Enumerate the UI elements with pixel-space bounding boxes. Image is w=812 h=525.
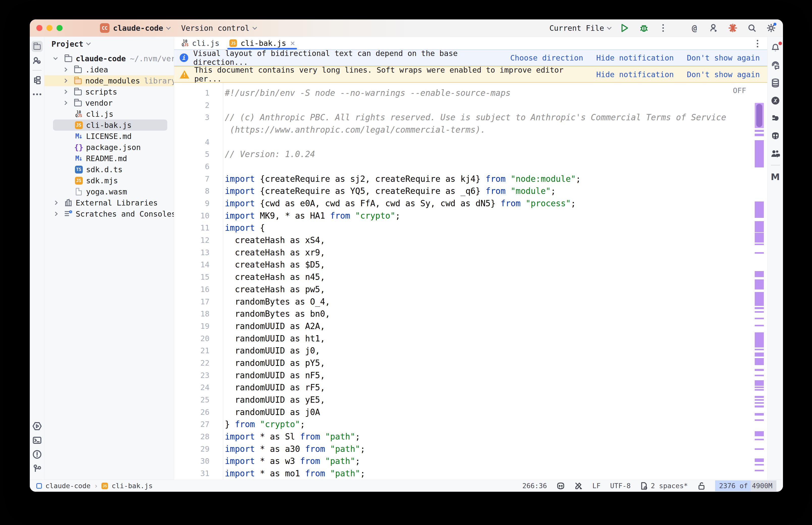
- code-line[interactable]: 27} from "crypto";: [174, 418, 767, 431]
- code-with-me-tool-button[interactable]: [770, 148, 781, 159]
- memory-indicator[interactable]: 2376 of 4900M: [715, 480, 777, 491]
- code-line[interactable]: 22 randomUUID as pY5,: [174, 357, 767, 369]
- code-line[interactable]: 4: [174, 136, 767, 148]
- scrollbar-thumb[interactable]: [756, 104, 762, 127]
- code-line[interactable]: 14 createHash as $D5,: [174, 259, 767, 271]
- copilot-chat-tool-button[interactable]: [770, 130, 781, 141]
- code-editor[interactable]: OFF 1#!/usr/bin/env -S node --no-warning…: [174, 83, 767, 480]
- tree-item-license-md[interactable]: M↓LICENSE.md: [44, 131, 174, 142]
- more-tool-windows-button[interactable]: [31, 89, 43, 100]
- traffic-close-button[interactable]: [36, 25, 42, 31]
- tree-item-cli-js[interactable]: 10QJScli.js: [44, 108, 174, 120]
- run-button[interactable]: [619, 23, 630, 33]
- notifications-button[interactable]: [770, 42, 781, 53]
- run-configuration-selector[interactable]: Current File: [549, 24, 611, 32]
- code-line[interactable]: 15 createHash as n45,: [174, 271, 767, 283]
- tree-item-vendor[interactable]: vendor: [44, 97, 174, 108]
- tab-options-button[interactable]: [757, 39, 758, 48]
- hide-notification-link[interactable]: Hide notification: [596, 70, 674, 79]
- indent-widget[interactable]: 2 spaces*: [640, 482, 688, 490]
- choose-direction-link[interactable]: Choose direction: [510, 54, 583, 62]
- code-line[interactable]: 16 createHash as pw5,: [174, 283, 767, 296]
- code-line[interactable]: 3// (c) Anthropic PBC. All rights reserv…: [174, 111, 767, 123]
- tree-item-claude-code[interactable]: claude-code~/.nvm/vers: [44, 53, 174, 64]
- code-line[interactable]: 29import * as a30 from "path";: [174, 443, 767, 455]
- tree-item-sdk-mjs[interactable]: JSsdk.mjs: [44, 175, 174, 186]
- problems-tool-button[interactable]: [31, 449, 43, 460]
- tree-item-yoga-wasm[interactable]: yoga.wasm: [44, 186, 174, 197]
- ai-assistant-tool-button[interactable]: [770, 60, 781, 71]
- copilot-status-button[interactable]: [557, 482, 565, 490]
- cursor-position-widget[interactable]: 266:36: [522, 482, 547, 490]
- code-line[interactable]: 1#!/usr/bin/env -S node --no-warnings --…: [174, 87, 767, 99]
- highlighting-status-button[interactable]: [574, 482, 583, 490]
- code-line[interactable]: 6: [174, 160, 767, 173]
- code-line[interactable]: 31import * as mo1 from "path";: [174, 467, 767, 480]
- settings-button[interactable]: [766, 23, 777, 33]
- code-line[interactable]: 13 createHash as xr9,: [174, 246, 767, 259]
- terminal-tool-button[interactable]: [31, 435, 43, 446]
- code-line[interactable]: 30import * as w3 from "path";: [174, 455, 767, 467]
- dont-show-again-link[interactable]: Don't show again: [687, 70, 760, 79]
- code-line[interactable]: 8import {createRequire as YQ5, createReq…: [174, 185, 767, 197]
- dont-show-again-link[interactable]: Don't show again: [687, 54, 760, 62]
- traffic-zoom-button[interactable]: [57, 25, 62, 31]
- tree-item-scripts[interactable]: scripts: [44, 86, 174, 97]
- pull-requests-tool-button[interactable]: ?: [31, 55, 43, 66]
- file-lock-button[interactable]: [697, 482, 706, 490]
- editor-scrollbar-stripe[interactable]: [751, 83, 767, 480]
- tree-item-scratches-and-consoles[interactable]: Scratches and Consoles: [44, 208, 174, 220]
- breadcrumb-project[interactable]: claude-code: [45, 482, 91, 490]
- debug-button[interactable]: [639, 23, 649, 33]
- code-line[interactable]: 5// Version: 1.0.24: [174, 148, 767, 160]
- markdown-tool-button[interactable]: M: [770, 171, 781, 182]
- code-line[interactable]: 18 randomBytes as bn0,: [174, 308, 767, 320]
- code-line[interactable]: 17 randomBytes as O_4,: [174, 296, 767, 308]
- code-line[interactable]: 9import {cwd as e0A, cwd as FfA, cwd as …: [174, 197, 767, 210]
- tree-item-package-json[interactable]: {}package.json: [44, 142, 174, 153]
- code-line[interactable]: 20 randomUUID as ht1,: [174, 332, 767, 345]
- tab-cli-bak-js[interactable]: JS cli-bak.js ×: [224, 37, 300, 49]
- code-line[interactable]: (https://www.anthropic.com/legal/commerc…: [174, 123, 767, 136]
- code-line[interactable]: 19 randomUUID as A2A,: [174, 320, 767, 332]
- project-tool-button[interactable]: [31, 41, 43, 52]
- tool-window-header[interactable]: Project: [44, 37, 174, 51]
- traffic-minimize-button[interactable]: [46, 25, 53, 31]
- close-tab-icon[interactable]: ×: [290, 38, 295, 48]
- tree-item-node-modules[interactable]: node_moduleslibrary: [44, 75, 174, 86]
- code-line[interactable]: 12 createHash as xS4,: [174, 234, 767, 246]
- code-line[interactable]: 21 randomUUID as j0,: [174, 344, 767, 357]
- more-actions-button[interactable]: [658, 23, 668, 33]
- claude-button[interactable]: [727, 23, 738, 33]
- code-with-me-button[interactable]: [708, 23, 719, 33]
- search-everywhere-button[interactable]: [747, 23, 757, 33]
- structure-tool-button[interactable]: [31, 75, 43, 86]
- code-line[interactable]: 23 randomUUID as nF5,: [174, 369, 767, 381]
- services-tool-button[interactable]: [31, 421, 43, 432]
- tree-item-readme-md[interactable]: M↓README.md: [44, 153, 174, 164]
- tree-item-cli-bak-js[interactable]: JScli-bak.js: [44, 120, 174, 131]
- line-separator-widget[interactable]: LF: [592, 482, 601, 490]
- code-line[interactable]: 2: [174, 99, 767, 111]
- code-line[interactable]: 25 randomUUID as yE5,: [174, 394, 767, 406]
- plugin-tool-button[interactable]: [770, 113, 781, 124]
- code-line[interactable]: 24 randomUUID as rF5,: [174, 381, 767, 394]
- tree-item-sdk-d-ts[interactable]: TSsdk.d.ts: [44, 164, 174, 175]
- x-plugin-tool-button[interactable]: X: [770, 95, 781, 106]
- tree-item--idea[interactable]: .idea: [44, 64, 174, 75]
- vcs-widget[interactable]: Version control: [181, 24, 256, 32]
- tab-cli-js[interactable]: 10QJS cli.js: [177, 37, 224, 49]
- code-line[interactable]: 10import MK9, * as HA1 from "crypto";: [174, 210, 767, 222]
- hide-notification-link[interactable]: Hide notification: [596, 54, 674, 62]
- highlighting-level-indicator[interactable]: OFF: [733, 86, 746, 95]
- ai-assistant-button[interactable]: @: [689, 23, 700, 33]
- encoding-widget[interactable]: UTF-8: [610, 482, 631, 490]
- breadcrumb-file[interactable]: cli-bak.js: [112, 482, 153, 490]
- project-widget[interactable]: claude-code: [113, 24, 170, 32]
- code-line[interactable]: 28import * as Sl from "path";: [174, 431, 767, 443]
- tree-item-external-libraries[interactable]: External Libraries: [44, 197, 174, 208]
- database-tool-button[interactable]: [770, 77, 781, 89]
- code-line[interactable]: 11import {: [174, 222, 767, 234]
- version-control-tool-button[interactable]: [31, 463, 43, 474]
- code-line[interactable]: 7import {createRequire as sj2, createReq…: [174, 173, 767, 185]
